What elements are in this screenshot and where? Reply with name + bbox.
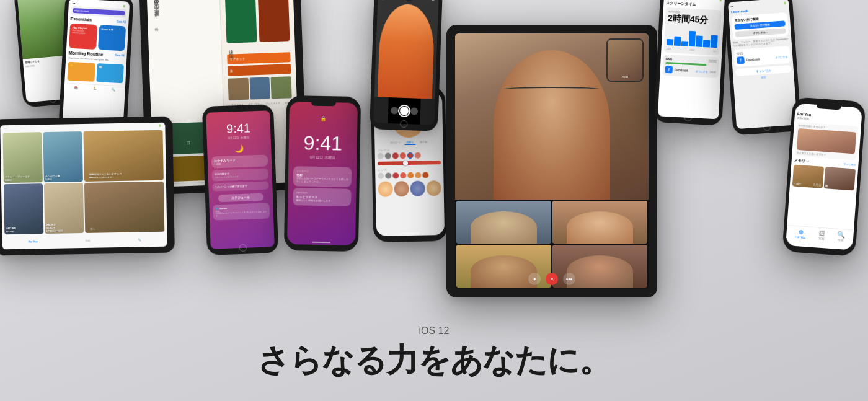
- tab-photos[interactable]: 🖼 写真: [818, 230, 825, 241]
- st-time-label-end: 残り: [713, 50, 717, 53]
- color-dot-pink: [415, 152, 421, 159]
- facetime-more-btn[interactable]: •••: [563, 273, 575, 285]
- notif-date: 9月12日 水曜日: [228, 135, 250, 139]
- memoji-opt-1: [378, 181, 392, 196]
- home-indicator-12: [810, 244, 828, 247]
- photo-label-1: クリシー・フィールド3月25日: [5, 175, 30, 182]
- memoji-lens-colors: [378, 172, 441, 179]
- home-button-11: [763, 123, 771, 131]
- memories-see-all[interactable]: すべて表示: [843, 162, 856, 166]
- memoji-tab-glasses: 横子眼: [418, 139, 429, 144]
- camera-shutter-btn[interactable]: [398, 105, 411, 118]
- memoji-options-row: [378, 180, 441, 197]
- memories-title: メモリー: [794, 158, 809, 165]
- schedule-button: ステジュール: [224, 195, 257, 200]
- device-screen-facebook: ••• 🔋 Facebook 見立ない所で製造 見立ない所で製造 オフにする..…: [728, 0, 797, 129]
- screentime-total: 2時間45分: [668, 13, 719, 27]
- home-button-5: [239, 244, 246, 252]
- lens-dot-brown: [422, 172, 428, 178]
- home-button-8: [400, 120, 407, 128]
- facebook-icon: f: [665, 66, 673, 74]
- facetime-effects-btn[interactable]: ✦: [528, 273, 541, 285]
- tab-foryou[interactable]: ⊕ For You: [795, 228, 806, 239]
- device-iphone-notifications: 9:41 9月12日 水曜日 🌙 おやすみモード 1 時間 今日の夜まで このイ…: [202, 104, 278, 255]
- bottom-text-area: iOS 12 さらなる力をあなたに。: [0, 325, 868, 382]
- dnd-card: おやすみモード 1 時間: [211, 154, 268, 168]
- device-iphone-screentime: ••• 🔋 スクリーンタイム 今日の合計 2時間45分 500W: [653, 0, 728, 126]
- memory-1: イボー 5月日: [792, 165, 824, 188]
- st-time-label-mid: 500W: [689, 49, 694, 51]
- fb-row-icon: f: [737, 56, 745, 64]
- lens-dot-tan: [415, 172, 421, 178]
- color-dot-red: [392, 152, 399, 159]
- fb-off-btn-row: オフにする...: [735, 28, 786, 37]
- photo-label-nature: NATURE2018年: [6, 227, 16, 233]
- notif-time: 9:41: [226, 121, 251, 136]
- photo-label-2: ランカウイ島3月24日: [45, 175, 60, 181]
- memoji-tabs: 肌のひつ 頬飾り 横子眼: [377, 139, 440, 146]
- tagline: さらなる力をあなたに。: [0, 339, 868, 382]
- lock-time: 9:41: [303, 131, 342, 155]
- foryou-tabbar: ⊕ For You 🖼 写真 🔍 検索: [786, 225, 854, 242]
- lens-label: レンズ: [378, 167, 441, 172]
- bar-2: [674, 37, 681, 46]
- bar-5: [696, 35, 703, 47]
- memoji-tab-cheek: 頬飾り: [404, 140, 415, 145]
- lens-dot-orange: [400, 172, 406, 178]
- device-screen-foryou: For You 共有の提案 今日付き合いませんか？ 大丈夫さんと合いますか？ メ…: [786, 104, 862, 250]
- memoji-tab-skin: 肌のひつ: [388, 140, 402, 145]
- bar-1: [666, 39, 673, 46]
- bar-6: [703, 40, 710, 48]
- device-screen-facetime: You: [455, 33, 649, 289]
- fb-settings-section: SNS f Facebook オフにする: [733, 46, 790, 67]
- facebook-app-row: f Facebook オフにする 2時間: [665, 66, 716, 76]
- bar-7: [711, 35, 718, 48]
- home-indicator-6: [312, 242, 330, 244]
- facetime-participant-2: [552, 201, 647, 244]
- device-ipad-facetime: You: [446, 25, 657, 297]
- memory-label-1: イボー: [794, 182, 801, 186]
- fb-btn-off[interactable]: オフにする...: [735, 28, 786, 37]
- memory-label-2: 旅: [825, 184, 828, 187]
- memory-2: 旅: [824, 167, 856, 190]
- home-indicator-7: [401, 232, 420, 234]
- memoji-opt-2: [394, 181, 409, 196]
- photo-label-next: 次へ: [90, 227, 95, 231]
- st-time-label-start: 500W: [666, 48, 671, 50]
- device-iphone-camera: ⚡ Aa ⊕: [370, 0, 443, 131]
- ios12-promo-page: 空飛ぶクジラ 自然の神秘 ••• 🔋 widget shortcuts: [0, 0, 868, 401]
- color-dot-gray: [378, 153, 384, 159]
- shortcut-label-home: Home ETA: [101, 27, 123, 32]
- fb-row-name: Facebook: [746, 57, 760, 62]
- lock-notif-body-messages: 竹村さんのバースデーイベントをとても楽しみていしましてください: [296, 177, 348, 184]
- dnd-event2: このイベントが終了するまで: [215, 184, 266, 189]
- sns-title: SNS: [666, 57, 673, 61]
- color-dot-dark: [385, 153, 391, 159]
- lens-dot-amber: [407, 172, 414, 178]
- memoji-slider: [378, 161, 441, 165]
- memories-row: イボー 5月日 旅: [792, 165, 856, 191]
- device-ipad-landscape: ••• 🔋 クリシー・フィールド3月25日 ランカウイ島3月24日 福島友紀さん…: [0, 116, 175, 255]
- facetime-end-btn[interactable]: ✕: [546, 273, 558, 285]
- facetime-controls: ✦ ✕ •••: [455, 273, 649, 285]
- memoji-frame-colors: [378, 152, 441, 159]
- shortcuts-see-all: See All: [117, 19, 126, 24]
- fb-row-action[interactable]: オフにする: [775, 55, 787, 59]
- bar-4: [688, 31, 696, 47]
- shortcut-card-playlist: Play Playlist Start playing aselected pl…: [69, 24, 97, 50]
- memoji-opt-3: [410, 181, 425, 196]
- device-screen-screentime: ••• 🔋 スクリーンタイム 今日の合計 2時間45分 500W: [658, 0, 725, 119]
- home-button-10: [684, 114, 692, 122]
- facetime-pip: You: [606, 38, 644, 82]
- fb-main-card: 見立ない所で製造 見立ない所で製造 オフにする...: [732, 12, 789, 40]
- color-dot-orange: [400, 152, 406, 159]
- bar-3: [681, 41, 688, 46]
- facetime-you-label: You: [622, 75, 628, 81]
- lock-notif-body-twitter: 素晴らしい情報をお届けします: [296, 199, 348, 203]
- device-screen-camera: ⚡ Aa ⊕: [373, 0, 438, 125]
- device-screen-shortcuts: ••• 🔋 widget shortcuts Essentials See Al…: [63, 0, 130, 125]
- facebook-time: 2時間: [709, 70, 715, 74]
- facebook-limit-btn[interactable]: オフにする: [695, 69, 707, 73]
- tab-search[interactable]: 🔍 検索: [837, 231, 845, 242]
- screentime-sns-section: SNS 2時間 f Facebook オフにする 2時間: [662, 55, 719, 79]
